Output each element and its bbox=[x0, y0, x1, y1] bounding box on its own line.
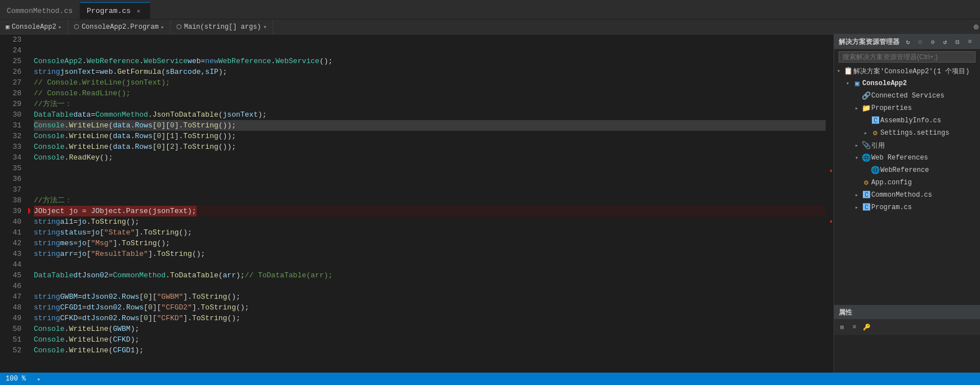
line-number-42: 42 bbox=[0, 238, 21, 249]
code-line-50: Console.WriteLine(GWBM); bbox=[34, 324, 826, 334]
toolbar-namespace[interactable]: ⬡ ConsoleApp2.Program ▸ bbox=[68, 20, 171, 34]
tree-item-connected[interactable]: 🔗 Connected Services bbox=[834, 90, 980, 102]
tree-icon-program: 🅲 bbox=[861, 203, 871, 212]
tree-label-connected: Connected Services bbox=[871, 92, 945, 100]
tree-label-solution: 解决方案'ConsoleApp2'(1 个项目) bbox=[853, 67, 969, 76]
tree-expand-references[interactable]: ▸ bbox=[852, 142, 861, 149]
line-number-24: 24 bbox=[0, 45, 21, 56]
editor-toolbar: ▣ ConsoleApp2 ▸ ⬡ ConsoleApp2.Program ▸ … bbox=[0, 20, 980, 34]
tree-expand-commonmethod[interactable]: ▸ bbox=[852, 192, 861, 198]
tree-expand-solution[interactable]: ▾ bbox=[834, 68, 843, 74]
tree-item-references[interactable]: ▸ 📎 引用 bbox=[834, 139, 980, 152]
code-line-46 bbox=[34, 281, 826, 291]
toolbar-namespace-arrow: ▸ bbox=[161, 24, 164, 30]
code-line-45: DataTable dtJson02 = CommonMethod.ToData… bbox=[34, 270, 826, 281]
line-number-52: 52 bbox=[0, 345, 21, 356]
tree-label-settings: Settings.settings bbox=[880, 129, 949, 137]
tree-expand-project[interactable]: ▾ bbox=[843, 80, 852, 87]
toolbar-project-label: ConsoleApp2 bbox=[12, 23, 56, 31]
line-number-45: 45 bbox=[0, 270, 21, 281]
tree-item-program[interactable]: ▸ 🅲 Program.cs bbox=[834, 201, 980, 214]
panel-filter-btn[interactable]: ⚙ bbox=[927, 36, 938, 47]
tree-expand-settings[interactable]: ▸ bbox=[861, 130, 870, 136]
code-line-33: Console.WriteLine(data.Rows[0][2].ToStri… bbox=[34, 141, 826, 152]
prop-list-btn[interactable]: ≡ bbox=[849, 321, 860, 333]
tree-view: ▾ 📋 解决方案'ConsoleApp2'(1 个项目) ▾ ▣ Console… bbox=[834, 65, 980, 305]
line-number-43: 43 bbox=[0, 249, 21, 259]
tree-expand-program[interactable]: ▸ bbox=[852, 204, 861, 211]
prop-grid-btn[interactable]: ⊞ bbox=[836, 321, 848, 333]
code-line-41: string status = jo["State"].ToString(); bbox=[34, 227, 826, 238]
panel-settings-btn[interactable]: ≡ bbox=[964, 36, 975, 47]
search-box-container bbox=[834, 49, 980, 65]
line-number-36: 36 bbox=[0, 174, 21, 184]
tree-item-assemblyinfo[interactable]: 🅲 AssemblyInfo.cs bbox=[834, 114, 980, 127]
line-number-37: 37 bbox=[0, 184, 21, 195]
editor-scrollbar[interactable] bbox=[826, 34, 834, 373]
line-number-38: 38 bbox=[0, 195, 21, 206]
tab-program-label: Program.cs bbox=[87, 7, 131, 15]
code-line-32: Console.WriteLine(data.Rows[0][1].ToStri… bbox=[34, 131, 826, 141]
code-line-39: JObject jo = JObject.Parse(jsonText); bbox=[34, 206, 826, 216]
toolbar-project[interactable]: ▣ ConsoleApp2 ▸ bbox=[0, 20, 68, 34]
prop-key-btn[interactable]: 🔑 bbox=[861, 321, 872, 333]
tree-label-appconfig: App.config bbox=[871, 179, 912, 187]
tab-program[interactable]: Program.cs ✕ bbox=[80, 2, 150, 19]
tree-label-properties: Properties bbox=[871, 104, 912, 112]
line-number-39: 39 bbox=[0, 206, 21, 216]
tree-icon-references: 📎 bbox=[861, 141, 871, 150]
tree-item-settings[interactable]: ▸ ⚙ Settings.settings bbox=[834, 127, 980, 139]
tree-expand-webreferences[interactable]: ▾ bbox=[852, 154, 861, 161]
toolbar-method[interactable]: ⬡ Main(string[] args) ▾ bbox=[171, 20, 273, 34]
tab-program-close[interactable]: ✕ bbox=[134, 7, 143, 16]
tree-item-solution[interactable]: ▾ 📋 解决方案'ConsoleApp2'(1 个项目) bbox=[834, 65, 980, 77]
line-number-46: 46 bbox=[0, 281, 21, 291]
tree-item-webreference[interactable]: 🌐 WebReference bbox=[834, 164, 980, 176]
code-content: 2324252627282930313233343536373839404142… bbox=[0, 34, 834, 373]
toolbar-method-arrow: ▾ bbox=[264, 24, 267, 30]
status-bar: 100 % ▸ bbox=[0, 373, 980, 385]
panel-refresh-btn[interactable]: ↺ bbox=[939, 36, 951, 47]
tree-icon-settings: ⚙ bbox=[870, 129, 880, 138]
tree-item-commonmethod[interactable]: ▸ 🅲 CommonMethod.cs bbox=[834, 189, 980, 201]
code-line-52: Console.WriteLine(CFGD1); bbox=[34, 345, 826, 356]
line-number-30: 30 bbox=[0, 109, 21, 120]
tree-item-webreferences[interactable]: ▾ 🌐 Web References bbox=[834, 152, 980, 164]
line-number-51: 51 bbox=[0, 334, 21, 345]
tree-item-project[interactable]: ▾ ▣ ConsoleApp2 bbox=[834, 77, 980, 90]
properties-toolbar: ⊞ ≡ 🔑 bbox=[834, 319, 980, 335]
tree-item-properties[interactable]: ▸ 📁 Properties bbox=[834, 102, 980, 114]
panel-sync-btn[interactable]: ↻ bbox=[902, 36, 914, 47]
properties-panel: 属性 ⊞ ≡ 🔑 bbox=[834, 305, 980, 373]
search-input[interactable] bbox=[839, 51, 975, 63]
code-line-38: //方法二： bbox=[34, 195, 826, 206]
tab-commonmethod-label: CommonMethod.cs bbox=[7, 7, 73, 15]
tree-icon-appconfig: ⚙ bbox=[861, 178, 871, 187]
main-area: 2324252627282930313233343536373839404142… bbox=[0, 34, 980, 373]
scrollbar-marker-2 bbox=[830, 220, 832, 223]
tree-icon-webreferences: 🌐 bbox=[861, 153, 871, 162]
panel-collapse-btn[interactable]: ⊟ bbox=[952, 36, 963, 47]
code-line-48: string CFGD1 = dtJson02.Rows[0]["CFGD2"]… bbox=[34, 302, 826, 313]
line-number-27: 27 bbox=[0, 77, 21, 88]
panel-home-btn[interactable]: ⌂ bbox=[915, 36, 926, 47]
toolbar-project-arrow: ▸ bbox=[59, 24, 62, 30]
code-line-43: string arr = jo["ResultTable"].ToString(… bbox=[34, 249, 826, 259]
tree-label-assemblyinfo: AssemblyInfo.cs bbox=[880, 117, 941, 125]
properties-title: 属性 bbox=[834, 306, 980, 319]
tree-item-appconfig[interactable]: ⚙ App.config bbox=[834, 176, 980, 189]
line-number-26: 26 bbox=[0, 67, 21, 77]
tab-commonmethod[interactable]: CommonMethod.cs bbox=[0, 2, 80, 19]
line-number-44: 44 bbox=[0, 259, 21, 270]
code-line-34: Console.ReadKey(); bbox=[34, 152, 826, 163]
tree-label-commonmethod: CommonMethod.cs bbox=[871, 191, 932, 199]
code-lines[interactable]: ConsoleApp2.WebReference.WebService web … bbox=[28, 34, 826, 373]
code-line-49: string CFKD = dtJson02.Rows[0]["CFKD"].T… bbox=[34, 313, 826, 324]
status-zoom[interactable]: 100 % bbox=[6, 375, 26, 383]
code-line-37 bbox=[34, 184, 826, 195]
tree-expand-properties[interactable]: ▸ bbox=[852, 105, 861, 112]
editor-expand-btn[interactable]: ⊕ bbox=[972, 21, 980, 33]
line-number-32: 32 bbox=[0, 131, 21, 141]
code-line-40: string al1 = jo.ToString(); bbox=[34, 216, 826, 227]
line-number-33: 33 bbox=[0, 141, 21, 152]
